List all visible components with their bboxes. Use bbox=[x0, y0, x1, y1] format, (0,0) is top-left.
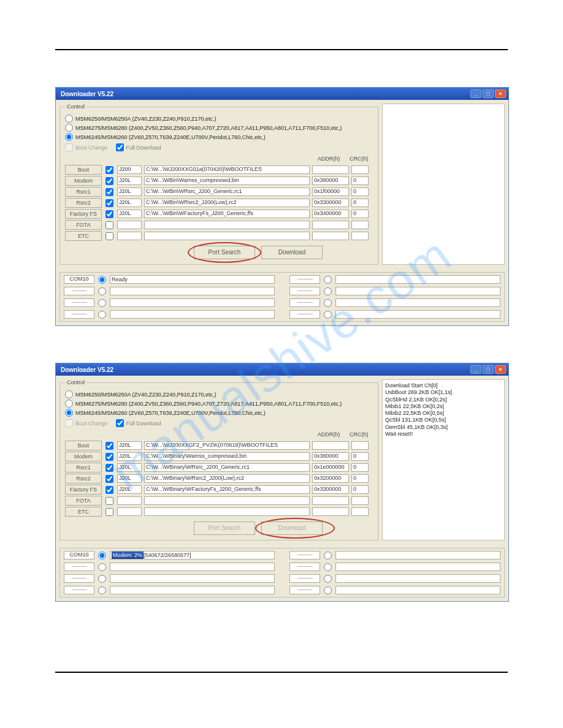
slot-path[interactable] bbox=[144, 507, 310, 516]
port-radio[interactable] bbox=[324, 563, 332, 571]
slot-crc[interactable] bbox=[351, 496, 369, 505]
slot-button[interactable]: Modem bbox=[65, 452, 102, 461]
slot-checkbox[interactable] bbox=[105, 177, 113, 185]
slot-crc[interactable]: 0 bbox=[351, 474, 369, 483]
radio-msm6250[interactable]: MSM6250/MSM6250A (ZV40,Z230,Z240,P910,Z1… bbox=[65, 390, 373, 398]
slot-button[interactable]: ETC bbox=[65, 507, 102, 517]
port-radio[interactable] bbox=[324, 311, 332, 319]
slot-addr[interactable]: 0x1f00000 bbox=[312, 188, 349, 196]
radio-msm6250-input[interactable] bbox=[65, 390, 73, 398]
slot-model[interactable]: J20L bbox=[117, 474, 142, 483]
slot-model[interactable] bbox=[117, 496, 142, 505]
port-radio[interactable] bbox=[98, 575, 106, 583]
slot-button[interactable]: Rsrc1 bbox=[65, 187, 102, 197]
slot-model[interactable]: J200 bbox=[117, 165, 142, 174]
slot-crc[interactable] bbox=[351, 441, 369, 450]
slot-path[interactable] bbox=[144, 496, 310, 505]
slot-addr[interactable]: 0x3200000 bbox=[312, 474, 349, 483]
slot-path[interactable] bbox=[144, 232, 310, 240]
radio-msm6245-input[interactable] bbox=[65, 133, 73, 141]
slot-button[interactable]: FOTA bbox=[65, 496, 102, 506]
slot-path[interactable] bbox=[144, 221, 310, 229]
slot-button[interactable]: Factory FS bbox=[65, 209, 102, 219]
slot-checkbox[interactable] bbox=[105, 442, 113, 450]
slot-checkbox[interactable] bbox=[105, 210, 113, 218]
port-radio[interactable] bbox=[324, 586, 332, 594]
slot-addr[interactable]: 0x380000 bbox=[312, 176, 349, 185]
slot-path[interactable]: C:\W...\WJ200XXG01a(070420)\WBOOTFILES bbox=[144, 165, 310, 174]
slot-crc[interactable]: 0 bbox=[351, 210, 369, 218]
close-button[interactable]: × bbox=[495, 89, 506, 98]
slot-addr[interactable]: 0x1e000000 bbox=[312, 463, 349, 472]
radio-msm6275-input[interactable] bbox=[65, 400, 73, 408]
radio-msm6250-input[interactable] bbox=[65, 115, 73, 123]
slot-checkbox[interactable] bbox=[105, 486, 113, 494]
slot-checkbox[interactable] bbox=[105, 166, 113, 174]
slot-path[interactable]: C:\W...\WBin\WRsrc_J200_Generic,rc1 bbox=[144, 188, 310, 196]
slot-addr[interactable] bbox=[312, 496, 349, 505]
slot-checkbox[interactable] bbox=[105, 221, 113, 229]
slot-addr[interactable]: 0x3400000 bbox=[312, 210, 349, 218]
maximize-button[interactable]: □ bbox=[483, 365, 494, 374]
slot-crc[interactable]: 0 bbox=[351, 485, 369, 494]
close-button[interactable]: × bbox=[495, 365, 506, 374]
slot-addr[interactable] bbox=[312, 221, 349, 229]
slot-path[interactable]: C:\W...\WBin\WFactoryFs_J200_Generic,ffs bbox=[144, 210, 310, 218]
port-radio[interactable] bbox=[98, 287, 106, 295]
slot-model[interactable] bbox=[117, 507, 142, 516]
slot-button[interactable]: FOTA bbox=[65, 220, 102, 230]
titlebar[interactable]: Downloader V5.22 _ □ × bbox=[56, 363, 508, 376]
minimize-button[interactable]: _ bbox=[470, 89, 481, 98]
radio-msm6275[interactable]: MSM6275/MSM6280 (Z400,ZV50,Z360,Z560,P94… bbox=[65, 400, 373, 408]
slot-crc[interactable] bbox=[351, 507, 369, 516]
slot-model[interactable]: J20L bbox=[117, 452, 142, 461]
slot-crc[interactable]: 0 bbox=[351, 176, 369, 185]
radio-msm6245[interactable]: MSM6245/MSM6260 (ZV60,Z570,T639,Z240E,U7… bbox=[65, 409, 373, 417]
port-radio[interactable] bbox=[324, 575, 332, 583]
port-radio[interactable] bbox=[98, 552, 106, 559]
slot-button[interactable]: Rsrc1 bbox=[65, 463, 102, 472]
slot-button[interactable]: Rsrc2 bbox=[65, 474, 102, 483]
slot-addr[interactable] bbox=[312, 165, 349, 174]
slot-checkbox[interactable] bbox=[105, 199, 113, 207]
port-search-button[interactable]: Port Search bbox=[194, 246, 255, 259]
slot-button[interactable]: ETC bbox=[65, 231, 102, 241]
slot-model[interactable] bbox=[117, 221, 142, 229]
slot-path[interactable]: C:\W...\WBinary\Wamss_compressed,bin bbox=[144, 452, 310, 461]
slot-path[interactable]: C:\W...\WJ200XXGF2_PV2\K(070618)\WBOOTFI… bbox=[144, 441, 310, 450]
slot-checkbox[interactable] bbox=[105, 453, 113, 461]
slot-checkbox[interactable] bbox=[105, 497, 113, 505]
slot-path[interactable]: C:\W...\WBin\WRsrc2_J200(Low),rc2 bbox=[144, 199, 310, 207]
full-download-checkbox[interactable] bbox=[116, 419, 124, 427]
port-radio[interactable] bbox=[324, 276, 332, 284]
slot-addr[interactable] bbox=[312, 507, 349, 516]
slot-crc[interactable]: 0 bbox=[351, 463, 369, 472]
slot-path[interactable]: C:\W...\WBin\Wamss_compressed,bin bbox=[144, 176, 310, 185]
slot-checkbox[interactable] bbox=[105, 188, 113, 196]
slot-crc[interactable] bbox=[351, 221, 369, 229]
slot-crc[interactable]: 0 bbox=[351, 199, 369, 207]
port-radio[interactable] bbox=[98, 276, 106, 284]
slot-button[interactable]: Boot bbox=[65, 441, 102, 450]
slot-model[interactable]: J20L bbox=[117, 188, 142, 196]
slot-model[interactable] bbox=[117, 232, 142, 240]
slot-crc[interactable] bbox=[351, 232, 369, 240]
full-download-checkbox[interactable] bbox=[116, 143, 124, 151]
port-radio[interactable] bbox=[98, 586, 106, 594]
port-radio[interactable] bbox=[324, 287, 332, 295]
slot-button[interactable]: Boot bbox=[65, 165, 102, 175]
slot-path[interactable]: C:\W...\WBinary\WFactoryFs_J200_Generic,… bbox=[144, 485, 310, 494]
radio-msm6275[interactable]: MSM6275/MSM6280 (Z400,ZV50,Z360,Z560,P94… bbox=[65, 124, 373, 132]
slot-path[interactable]: C:\W...\WBinary\WRsrc2_J200(Low),rc2 bbox=[144, 474, 310, 483]
radio-msm6250[interactable]: MSM6250/MSM6250A (ZV40,Z230,Z240,P910,Z1… bbox=[65, 115, 373, 123]
slot-crc[interactable] bbox=[351, 165, 369, 174]
slot-button[interactable]: Factory FS bbox=[65, 485, 102, 495]
minimize-button[interactable]: _ bbox=[470, 365, 481, 374]
port-radio[interactable] bbox=[324, 299, 332, 307]
port-radio[interactable] bbox=[324, 552, 332, 559]
slot-checkbox[interactable] bbox=[105, 508, 113, 516]
slot-model[interactable]: J20L bbox=[117, 210, 142, 218]
slot-button[interactable]: Modem bbox=[65, 176, 102, 186]
slot-model[interactable]: J20L bbox=[117, 199, 142, 207]
radio-msm6275-input[interactable] bbox=[65, 124, 73, 132]
